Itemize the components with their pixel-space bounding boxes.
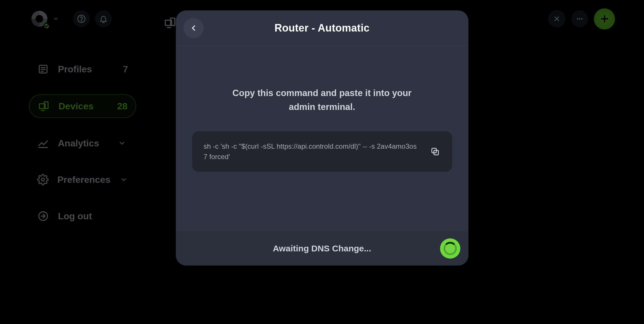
command-box[interactable]: sh -c 'sh -c "$(curl -sSL https://api.co… (192, 131, 452, 172)
modal-body: Copy this command and paste it into your… (176, 46, 468, 231)
status-text: Awaiting DNS Change... (273, 244, 371, 253)
command-text: sh -c 'sh -c "$(curl -sSL https://api.co… (204, 142, 417, 161)
back-button[interactable] (183, 18, 204, 38)
router-automatic-modal: Router - Automatic Copy this command and… (176, 10, 468, 266)
modal-header: Router - Automatic (176, 10, 468, 46)
modal-overlay: Router - Automatic Copy this command and… (0, 0, 644, 324)
copy-button[interactable] (429, 146, 441, 158)
instruction-text: Copy this command and paste it into your… (229, 86, 415, 114)
modal-title: Router - Automatic (274, 22, 369, 34)
loading-spinner-icon (440, 238, 460, 259)
modal-footer: Awaiting DNS Change... (176, 231, 468, 266)
